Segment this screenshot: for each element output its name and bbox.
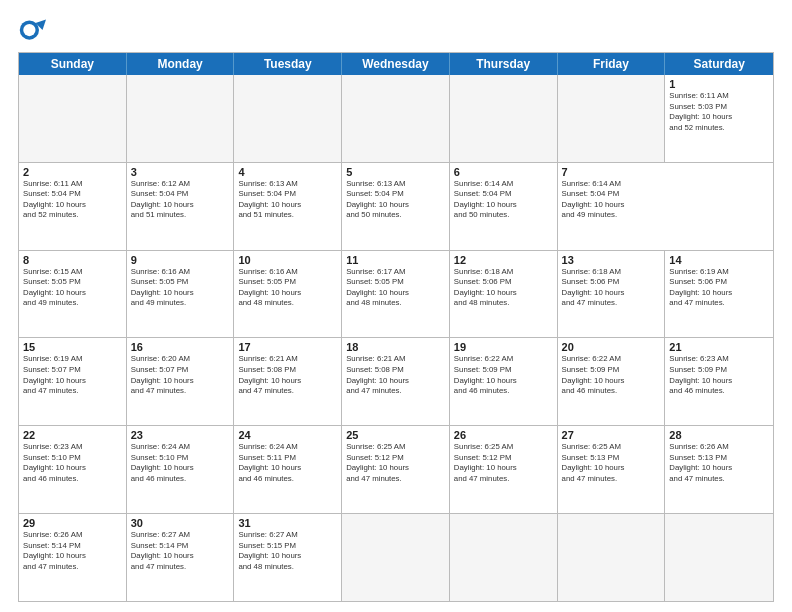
day-cell-9: 9Sunrise: 6:16 AM Sunset: 5:05 PM Daylig…	[127, 251, 235, 338]
logo	[18, 16, 50, 44]
day-cell-30: 30Sunrise: 6:27 AM Sunset: 5:14 PM Dayli…	[127, 514, 235, 601]
day-number: 31	[238, 517, 337, 529]
day-info: Sunrise: 6:14 AM Sunset: 5:04 PM Dayligh…	[454, 179, 553, 221]
day-info: Sunrise: 6:27 AM Sunset: 5:15 PM Dayligh…	[238, 530, 337, 572]
day-number: 7	[562, 166, 662, 178]
day-number: 17	[238, 341, 337, 353]
empty-cell	[342, 75, 450, 162]
day-cell-22: 22Sunrise: 6:23 AM Sunset: 5:10 PM Dayli…	[19, 426, 127, 513]
day-header-thursday: Thursday	[450, 53, 558, 75]
day-cell-31: 31Sunrise: 6:27 AM Sunset: 5:15 PM Dayli…	[234, 514, 342, 601]
calendar: SundayMondayTuesdayWednesdayThursdayFrid…	[18, 52, 774, 602]
day-info: Sunrise: 6:16 AM Sunset: 5:05 PM Dayligh…	[238, 267, 337, 309]
day-cell-18: 18Sunrise: 6:21 AM Sunset: 5:08 PM Dayli…	[342, 338, 450, 425]
day-cell-16: 16Sunrise: 6:20 AM Sunset: 5:07 PM Dayli…	[127, 338, 235, 425]
day-info: Sunrise: 6:11 AM Sunset: 5:03 PM Dayligh…	[669, 91, 769, 133]
day-number: 22	[23, 429, 122, 441]
day-number: 13	[562, 254, 661, 266]
day-number: 25	[346, 429, 445, 441]
calendar-header: SundayMondayTuesdayWednesdayThursdayFrid…	[19, 53, 773, 75]
day-number: 15	[23, 341, 122, 353]
day-cell-13: 13Sunrise: 6:18 AM Sunset: 5:06 PM Dayli…	[558, 251, 666, 338]
day-cell-23: 23Sunrise: 6:24 AM Sunset: 5:10 PM Dayli…	[127, 426, 235, 513]
day-info: Sunrise: 6:25 AM Sunset: 5:13 PM Dayligh…	[562, 442, 661, 484]
calendar-row-0: 1Sunrise: 6:11 AM Sunset: 5:03 PM Daylig…	[19, 75, 773, 162]
empty-cell	[342, 514, 450, 601]
day-cell-12: 12Sunrise: 6:18 AM Sunset: 5:06 PM Dayli…	[450, 251, 558, 338]
day-info: Sunrise: 6:14 AM Sunset: 5:04 PM Dayligh…	[562, 179, 662, 221]
day-number: 19	[454, 341, 553, 353]
day-info: Sunrise: 6:18 AM Sunset: 5:06 PM Dayligh…	[562, 267, 661, 309]
day-cell-1: 1Sunrise: 6:11 AM Sunset: 5:03 PM Daylig…	[665, 75, 773, 162]
day-info: Sunrise: 6:22 AM Sunset: 5:09 PM Dayligh…	[454, 354, 553, 396]
day-cell-24: 24Sunrise: 6:24 AM Sunset: 5:11 PM Dayli…	[234, 426, 342, 513]
day-number: 11	[346, 254, 445, 266]
calendar-row-5: 29Sunrise: 6:26 AM Sunset: 5:14 PM Dayli…	[19, 513, 773, 601]
day-cell-28: 28Sunrise: 6:26 AM Sunset: 5:13 PM Dayli…	[665, 426, 773, 513]
day-info: Sunrise: 6:17 AM Sunset: 5:05 PM Dayligh…	[346, 267, 445, 309]
day-cell-8: 8Sunrise: 6:15 AM Sunset: 5:05 PM Daylig…	[19, 251, 127, 338]
calendar-row-4: 22Sunrise: 6:23 AM Sunset: 5:10 PM Dayli…	[19, 425, 773, 513]
calendar-body: 1Sunrise: 6:11 AM Sunset: 5:03 PM Daylig…	[19, 75, 773, 601]
day-header-tuesday: Tuesday	[234, 53, 342, 75]
day-info: Sunrise: 6:16 AM Sunset: 5:05 PM Dayligh…	[131, 267, 230, 309]
day-number: 6	[454, 166, 553, 178]
day-cell-17: 17Sunrise: 6:21 AM Sunset: 5:08 PM Dayli…	[234, 338, 342, 425]
day-number: 27	[562, 429, 661, 441]
day-info: Sunrise: 6:23 AM Sunset: 5:10 PM Dayligh…	[23, 442, 122, 484]
day-cell-7: 7Sunrise: 6:14 AM Sunset: 5:04 PM Daylig…	[558, 163, 666, 250]
header	[18, 16, 774, 44]
day-cell-25: 25Sunrise: 6:25 AM Sunset: 5:12 PM Dayli…	[342, 426, 450, 513]
day-info: Sunrise: 6:21 AM Sunset: 5:08 PM Dayligh…	[238, 354, 337, 396]
day-info: Sunrise: 6:19 AM Sunset: 5:06 PM Dayligh…	[669, 267, 769, 309]
day-cell-3: 3Sunrise: 6:12 AM Sunset: 5:04 PM Daylig…	[127, 163, 235, 250]
day-info: Sunrise: 6:18 AM Sunset: 5:06 PM Dayligh…	[454, 267, 553, 309]
empty-cell	[234, 75, 342, 162]
day-info: Sunrise: 6:23 AM Sunset: 5:09 PM Dayligh…	[669, 354, 769, 396]
day-header-wednesday: Wednesday	[342, 53, 450, 75]
page: SundayMondayTuesdayWednesdayThursdayFrid…	[0, 0, 792, 612]
day-info: Sunrise: 6:24 AM Sunset: 5:11 PM Dayligh…	[238, 442, 337, 484]
day-info: Sunrise: 6:25 AM Sunset: 5:12 PM Dayligh…	[346, 442, 445, 484]
day-cell-19: 19Sunrise: 6:22 AM Sunset: 5:09 PM Dayli…	[450, 338, 558, 425]
empty-cell	[450, 75, 558, 162]
day-header-saturday: Saturday	[665, 53, 773, 75]
day-number: 1	[669, 78, 769, 90]
day-cell-29: 29Sunrise: 6:26 AM Sunset: 5:14 PM Dayli…	[19, 514, 127, 601]
day-cell-4: 4Sunrise: 6:13 AM Sunset: 5:04 PM Daylig…	[234, 163, 342, 250]
day-number: 16	[131, 341, 230, 353]
day-info: Sunrise: 6:13 AM Sunset: 5:04 PM Dayligh…	[238, 179, 337, 221]
day-info: Sunrise: 6:26 AM Sunset: 5:14 PM Dayligh…	[23, 530, 122, 572]
empty-cell	[127, 75, 235, 162]
day-info: Sunrise: 6:12 AM Sunset: 5:04 PM Dayligh…	[131, 179, 230, 221]
empty-cell	[558, 514, 666, 601]
day-header-friday: Friday	[558, 53, 666, 75]
svg-point-1	[23, 24, 35, 36]
day-cell-11: 11Sunrise: 6:17 AM Sunset: 5:05 PM Dayli…	[342, 251, 450, 338]
day-cell-10: 10Sunrise: 6:16 AM Sunset: 5:05 PM Dayli…	[234, 251, 342, 338]
day-number: 3	[131, 166, 230, 178]
day-number: 14	[669, 254, 769, 266]
day-number: 20	[562, 341, 661, 353]
day-number: 10	[238, 254, 337, 266]
day-number: 8	[23, 254, 122, 266]
day-cell-21: 21Sunrise: 6:23 AM Sunset: 5:09 PM Dayli…	[665, 338, 773, 425]
day-cell-2: 2Sunrise: 6:11 AM Sunset: 5:04 PM Daylig…	[19, 163, 127, 250]
day-number: 30	[131, 517, 230, 529]
day-number: 2	[23, 166, 122, 178]
day-number: 12	[454, 254, 553, 266]
day-number: 9	[131, 254, 230, 266]
day-cell-5: 5Sunrise: 6:13 AM Sunset: 5:04 PM Daylig…	[342, 163, 450, 250]
empty-cell	[665, 514, 773, 601]
empty-cell	[19, 75, 127, 162]
day-number: 28	[669, 429, 769, 441]
day-number: 5	[346, 166, 445, 178]
empty-cell	[558, 75, 666, 162]
day-info: Sunrise: 6:24 AM Sunset: 5:10 PM Dayligh…	[131, 442, 230, 484]
day-info: Sunrise: 6:27 AM Sunset: 5:14 PM Dayligh…	[131, 530, 230, 572]
logo-icon	[18, 16, 46, 44]
day-info: Sunrise: 6:25 AM Sunset: 5:12 PM Dayligh…	[454, 442, 553, 484]
day-number: 29	[23, 517, 122, 529]
empty-cell	[450, 514, 558, 601]
day-info: Sunrise: 6:15 AM Sunset: 5:05 PM Dayligh…	[23, 267, 122, 309]
